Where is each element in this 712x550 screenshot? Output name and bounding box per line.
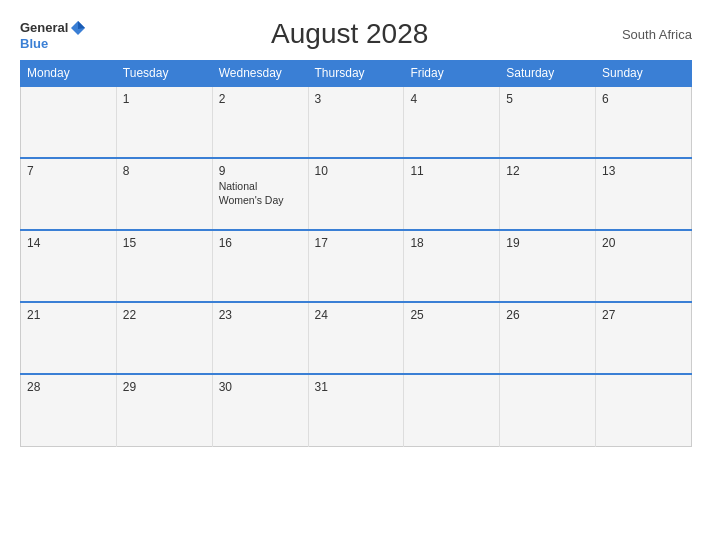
calendar-cell: 9National Women's Day bbox=[212, 158, 308, 230]
calendar-week-row: 123456 bbox=[21, 86, 692, 158]
calendar-day-header: Wednesday bbox=[212, 61, 308, 87]
calendar-cell: 12 bbox=[500, 158, 596, 230]
calendar-cell: 24 bbox=[308, 302, 404, 374]
day-number: 12 bbox=[506, 164, 589, 178]
calendar-cell: 3 bbox=[308, 86, 404, 158]
calendar-cell: 22 bbox=[116, 302, 212, 374]
day-number: 2 bbox=[219, 92, 302, 106]
calendar-cell: 17 bbox=[308, 230, 404, 302]
calendar-cell bbox=[596, 374, 692, 446]
calendar-cell: 4 bbox=[404, 86, 500, 158]
calendar-cell: 10 bbox=[308, 158, 404, 230]
calendar-cell: 13 bbox=[596, 158, 692, 230]
page: General Blue August 2028 South Africa Mo… bbox=[0, 0, 712, 550]
day-number: 22 bbox=[123, 308, 206, 322]
calendar-cell: 21 bbox=[21, 302, 117, 374]
logo: General Blue bbox=[20, 19, 87, 50]
day-number: 30 bbox=[219, 380, 302, 394]
calendar-week-row: 789National Women's Day10111213 bbox=[21, 158, 692, 230]
day-number: 5 bbox=[506, 92, 589, 106]
day-number: 17 bbox=[315, 236, 398, 250]
logo-general: General bbox=[20, 21, 68, 34]
day-number: 4 bbox=[410, 92, 493, 106]
day-number: 1 bbox=[123, 92, 206, 106]
header: General Blue August 2028 South Africa bbox=[20, 18, 692, 50]
calendar-cell: 5 bbox=[500, 86, 596, 158]
day-number: 14 bbox=[27, 236, 110, 250]
day-number: 21 bbox=[27, 308, 110, 322]
calendar-cell: 18 bbox=[404, 230, 500, 302]
calendar-cell: 27 bbox=[596, 302, 692, 374]
calendar-cell bbox=[500, 374, 596, 446]
day-number: 9 bbox=[219, 164, 302, 178]
calendar-day-header: Sunday bbox=[596, 61, 692, 87]
calendar-day-header: Thursday bbox=[308, 61, 404, 87]
calendar-cell: 8 bbox=[116, 158, 212, 230]
calendar-cell: 16 bbox=[212, 230, 308, 302]
calendar-week-row: 14151617181920 bbox=[21, 230, 692, 302]
day-number: 19 bbox=[506, 236, 589, 250]
day-number: 24 bbox=[315, 308, 398, 322]
calendar-cell: 30 bbox=[212, 374, 308, 446]
calendar-cell bbox=[21, 86, 117, 158]
calendar-cell bbox=[404, 374, 500, 446]
day-number: 29 bbox=[123, 380, 206, 394]
calendar-week-row: 21222324252627 bbox=[21, 302, 692, 374]
calendar-cell: 29 bbox=[116, 374, 212, 446]
calendar-cell: 1 bbox=[116, 86, 212, 158]
calendar-week-row: 28293031 bbox=[21, 374, 692, 446]
calendar-cell: 15 bbox=[116, 230, 212, 302]
calendar-cell: 20 bbox=[596, 230, 692, 302]
day-number: 27 bbox=[602, 308, 685, 322]
page-title: August 2028 bbox=[87, 18, 612, 50]
day-number: 16 bbox=[219, 236, 302, 250]
logo-blue: Blue bbox=[20, 37, 48, 50]
logo-icon bbox=[69, 19, 87, 37]
country-label: South Africa bbox=[612, 27, 692, 42]
calendar-cell: 11 bbox=[404, 158, 500, 230]
calendar-cell: 14 bbox=[21, 230, 117, 302]
calendar-cell: 28 bbox=[21, 374, 117, 446]
calendar-day-header: Tuesday bbox=[116, 61, 212, 87]
calendar-day-header: Monday bbox=[21, 61, 117, 87]
day-number: 20 bbox=[602, 236, 685, 250]
calendar-day-header: Friday bbox=[404, 61, 500, 87]
day-number: 15 bbox=[123, 236, 206, 250]
day-number: 25 bbox=[410, 308, 493, 322]
calendar-table: MondayTuesdayWednesdayThursdayFridaySatu… bbox=[20, 60, 692, 447]
day-number: 28 bbox=[27, 380, 110, 394]
calendar-cell: 25 bbox=[404, 302, 500, 374]
day-number: 7 bbox=[27, 164, 110, 178]
day-number: 26 bbox=[506, 308, 589, 322]
calendar-cell: 2 bbox=[212, 86, 308, 158]
calendar-cell: 19 bbox=[500, 230, 596, 302]
calendar-cell: 7 bbox=[21, 158, 117, 230]
day-number: 18 bbox=[410, 236, 493, 250]
calendar-cell: 6 bbox=[596, 86, 692, 158]
day-number: 10 bbox=[315, 164, 398, 178]
day-number: 13 bbox=[602, 164, 685, 178]
day-number: 11 bbox=[410, 164, 493, 178]
calendar-header-row: MondayTuesdayWednesdayThursdayFridaySatu… bbox=[21, 61, 692, 87]
event-label: National Women's Day bbox=[219, 180, 302, 207]
calendar-cell: 31 bbox=[308, 374, 404, 446]
calendar-cell: 26 bbox=[500, 302, 596, 374]
day-number: 31 bbox=[315, 380, 398, 394]
svg-marker-1 bbox=[78, 21, 85, 29]
day-number: 3 bbox=[315, 92, 398, 106]
day-number: 8 bbox=[123, 164, 206, 178]
calendar-day-header: Saturday bbox=[500, 61, 596, 87]
calendar-cell: 23 bbox=[212, 302, 308, 374]
day-number: 6 bbox=[602, 92, 685, 106]
day-number: 23 bbox=[219, 308, 302, 322]
